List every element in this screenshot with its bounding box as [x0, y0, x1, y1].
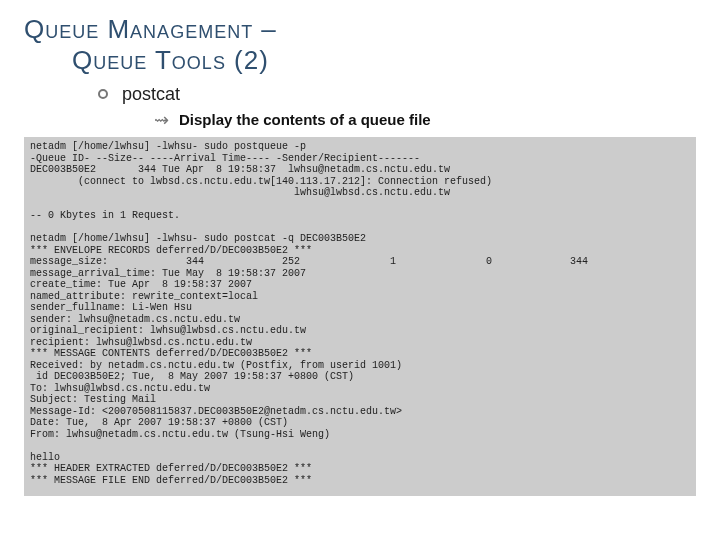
slide: Queue Management – Queue Tools (2) postc…	[0, 0, 720, 540]
bullet-1-text: postcat	[122, 84, 180, 104]
title-line-1: Queue Management –	[24, 14, 696, 45]
terminal-output: netadm [/home/lwhsu] -lwhsu- sudo postqu…	[24, 137, 696, 496]
bullet-2-text: Display the contents of a queue file	[179, 111, 431, 128]
hollow-circle-icon	[98, 89, 108, 99]
wave-icon: ⇝	[154, 109, 169, 131]
bullet-level-2: ⇝Display the contents of a queue file	[154, 109, 696, 131]
slide-title: Queue Management – Queue Tools (2)	[24, 14, 696, 76]
bullet-level-1: postcat	[98, 84, 696, 105]
title-line-2: Queue Tools (2)	[24, 45, 696, 76]
